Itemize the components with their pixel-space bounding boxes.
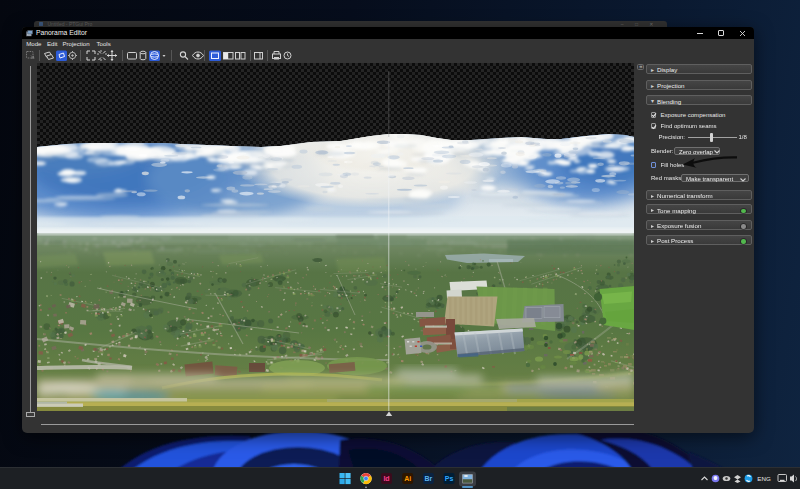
- svg-text:Ai: Ai: [404, 475, 411, 482]
- svg-text:Br: Br: [425, 475, 433, 482]
- svg-text:Id: Id: [383, 475, 389, 482]
- svg-text:Ps: Ps: [445, 475, 454, 482]
- svg-text:ENG: ENG: [757, 475, 771, 482]
